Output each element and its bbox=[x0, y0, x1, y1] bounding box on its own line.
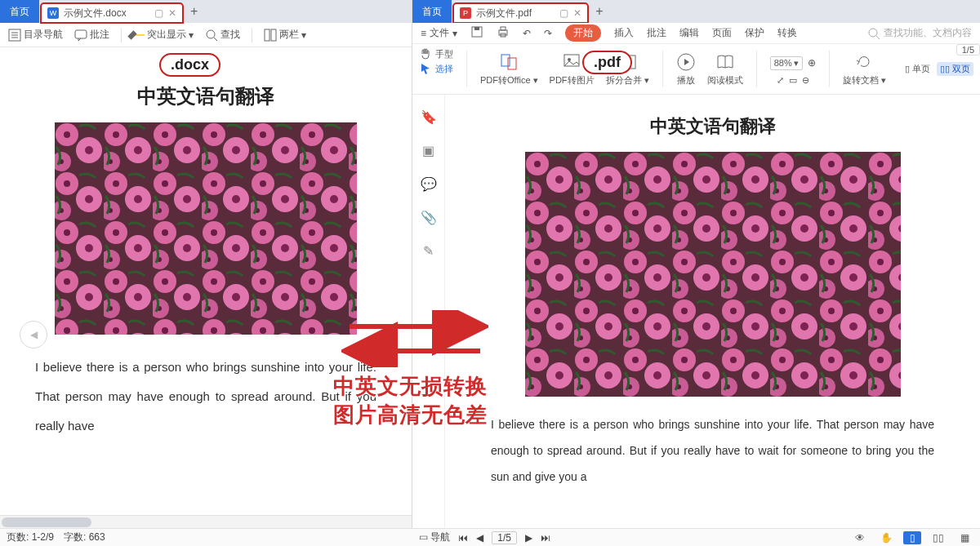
select-tool[interactable]: 选择 bbox=[419, 62, 453, 75]
comment-button[interactable]: 批注 bbox=[74, 28, 109, 42]
svg-line-13 bbox=[214, 38, 217, 41]
tab-present-icon[interactable]: ▢ bbox=[559, 7, 568, 19]
two-column-button[interactable]: 两栏 ▾ bbox=[264, 28, 306, 42]
attachment-icon[interactable]: 📎 bbox=[421, 210, 437, 225]
tab-present-icon[interactable]: ▢ bbox=[154, 7, 163, 19]
pdf-file-icon: P bbox=[460, 7, 471, 19]
tab-filename-left: 示例文件.docx bbox=[64, 7, 127, 20]
tab-file-docx[interactable]: W 示例文件.docx ▢ ✕ bbox=[41, 3, 183, 23]
svg-rect-14 bbox=[265, 29, 270, 41]
fit-width-icon[interactable]: ⤢ bbox=[777, 75, 784, 86]
twocol-icon bbox=[264, 29, 277, 42]
highlight-icon bbox=[133, 34, 145, 36]
comment-panel-icon[interactable]: 💬 bbox=[421, 176, 437, 192]
status-eye-icon[interactable]: 👁 bbox=[851, 531, 869, 544]
tabbar-right: 首页 P 示例文件.pdf ▢ ✕ + bbox=[412, 0, 980, 23]
pdf-badge-annotation: .pdf bbox=[582, 51, 632, 74]
zoom-select[interactable]: 88% ▾ bbox=[770, 56, 803, 70]
doc-body-right: I believe there is a person who brings s… bbox=[486, 411, 939, 491]
svg-point-22 bbox=[869, 29, 877, 37]
status-words: 字数: 663 bbox=[64, 530, 105, 544]
rotate-icon bbox=[854, 52, 874, 72]
rotate-doc-button[interactable]: 旋转文档 ▾ bbox=[843, 47, 886, 91]
statusbar-left: 页数: 1-2/9 字数: 663 bbox=[0, 528, 412, 546]
signature-icon[interactable]: ✎ bbox=[423, 243, 434, 259]
tab-home-left[interactable]: 首页 bbox=[0, 0, 39, 23]
page-first-icon[interactable]: ⏮ bbox=[458, 532, 468, 544]
tab-filename-right: 示例文件.pdf bbox=[476, 7, 532, 20]
menubar: ≡ 文件 ▾ ↶ ↷ 开始 插入 批注 编辑 页面 保护 转换 查找功能、文档内… bbox=[412, 23, 980, 44]
status-page-input[interactable]: 1/5 bbox=[492, 531, 517, 544]
chevron-down-icon: ▾ bbox=[189, 29, 194, 41]
word-file-icon: W bbox=[47, 7, 59, 19]
page-indicator: 1/5 bbox=[956, 44, 980, 55]
find-button[interactable]: 查找 bbox=[205, 28, 240, 42]
menu-insert[interactable]: 插入 bbox=[614, 26, 634, 40]
save-icon[interactable] bbox=[470, 25, 483, 41]
menu-annotate[interactable]: 批注 bbox=[647, 26, 666, 40]
hscrollbar-left[interactable] bbox=[0, 515, 412, 528]
tabbar-left: 首页 W 示例文件.docx ▢ ✕ + bbox=[0, 0, 412, 23]
menu-search[interactable]: 查找功能、文档内容 bbox=[867, 26, 972, 40]
svg-rect-11 bbox=[75, 30, 87, 38]
tab-close-left[interactable]: ✕ bbox=[168, 7, 176, 19]
menu-protect[interactable]: 保护 bbox=[745, 26, 764, 40]
single-page-view[interactable]: ▯ 单页 bbox=[905, 63, 930, 75]
status-pages: 页数: 1-2/9 bbox=[7, 530, 54, 544]
zoom-out-icon[interactable]: ⊖ bbox=[802, 75, 809, 86]
svg-rect-18 bbox=[474, 27, 479, 30]
page-next-icon[interactable]: ▶ bbox=[525, 532, 532, 544]
tab-home-right[interactable]: 首页 bbox=[412, 0, 452, 23]
statusbar-right: ▭ 导航 ⏮ ◀ 1/5 ▶ ⏭ 👁 ✋ ▯ ▯▯ ▦ bbox=[412, 528, 980, 546]
file-menu[interactable]: ≡ 文件 ▾ bbox=[421, 26, 457, 40]
play-icon bbox=[676, 52, 696, 72]
menu-convert[interactable]: 转换 bbox=[777, 26, 797, 40]
pdf-to-office-button[interactable]: PDF转Office ▾ bbox=[480, 47, 538, 91]
undo-icon[interactable]: ↶ bbox=[523, 28, 531, 39]
tab-add-left[interactable]: + bbox=[185, 4, 204, 19]
tab-close-right[interactable]: ✕ bbox=[573, 7, 581, 19]
comment-icon bbox=[74, 29, 87, 42]
double-page-view[interactable]: ▯▯ 双页 bbox=[937, 62, 973, 76]
play-button[interactable]: 播放 bbox=[676, 47, 696, 91]
highlight-button[interactable]: 突出显示 ▾ bbox=[133, 28, 194, 42]
redo-icon[interactable]: ↷ bbox=[544, 28, 552, 39]
outline-nav-button[interactable]: 目录导航 bbox=[8, 28, 63, 42]
doc-body-left: I believe there is a person who brings s… bbox=[30, 353, 381, 441]
pdf2img-icon bbox=[562, 52, 581, 72]
status-page-mode-icon[interactable]: ▯ bbox=[903, 531, 921, 544]
nav-prev-circle[interactable]: ◀ bbox=[20, 321, 47, 348]
page-prev-icon[interactable]: ◀ bbox=[476, 532, 483, 544]
svg-point-12 bbox=[207, 30, 215, 38]
docx-badge-annotation: .docx bbox=[159, 53, 220, 77]
tab-file-pdf[interactable]: P 示例文件.pdf ▢ ✕ bbox=[453, 3, 588, 23]
read-mode-button[interactable]: 阅读模式 bbox=[707, 47, 743, 91]
status-spread-mode-icon[interactable]: ▯▯ bbox=[929, 531, 947, 544]
fit-page-icon[interactable]: ▭ bbox=[789, 75, 797, 86]
hand-tool[interactable]: 手型 bbox=[419, 47, 453, 60]
bookmark-icon[interactable]: 🔖 bbox=[421, 109, 437, 125]
tab-add-right[interactable]: + bbox=[590, 4, 609, 19]
page-last-icon[interactable]: ⏭ bbox=[541, 532, 550, 544]
menu-edit[interactable]: 编辑 bbox=[679, 26, 699, 40]
image-panel-icon[interactable]: ▣ bbox=[422, 143, 434, 158]
doc-title-right: 中英文语句翻译 bbox=[486, 114, 939, 139]
status-hand-icon[interactable]: ✋ bbox=[877, 531, 895, 544]
pdf2office-icon bbox=[499, 52, 519, 72]
print-icon[interactable] bbox=[497, 25, 510, 41]
cursor-icon bbox=[419, 62, 432, 75]
svg-rect-20 bbox=[501, 27, 506, 30]
status-grid-mode-icon[interactable]: ▦ bbox=[956, 531, 973, 544]
status-nav[interactable]: ▭ 导航 bbox=[419, 530, 450, 544]
search-icon bbox=[867, 27, 880, 40]
chevron-down-icon: ▾ bbox=[301, 29, 306, 41]
pdf-side-strip: 🔖 ▣ 💬 📎 ✎ bbox=[412, 95, 445, 528]
hand-icon bbox=[419, 47, 432, 60]
search-icon bbox=[205, 29, 218, 42]
menu-start[interactable]: 开始 bbox=[565, 24, 601, 42]
doc-image-left bbox=[55, 122, 357, 335]
svg-rect-15 bbox=[271, 29, 276, 41]
zoom-in-icon[interactable]: ⊕ bbox=[808, 57, 816, 69]
menu-page[interactable]: 页面 bbox=[712, 26, 732, 40]
doc-title-left: 中英文语句翻译 bbox=[30, 83, 381, 109]
